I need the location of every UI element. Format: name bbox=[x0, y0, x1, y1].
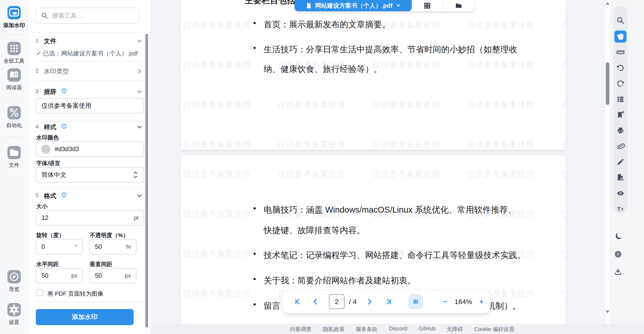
sidebar-item-label: 添加水印 bbox=[0, 22, 28, 29]
viewer-scrollbar[interactable] bbox=[604, 0, 610, 324]
page-list-icon[interactable] bbox=[616, 95, 625, 104]
document-line: •技术笔记：记录编程学习、网站搭建、命令行工具等轻量级技术实践。 bbox=[264, 250, 526, 261]
opacity-input[interactable] bbox=[95, 243, 126, 250]
wording-input[interactable] bbox=[42, 102, 138, 109]
color-swatch[interactable] bbox=[42, 145, 50, 154]
panel-scrollbar-thumb[interactable] bbox=[145, 34, 148, 328]
search-icon bbox=[41, 12, 49, 20]
vspace-input[interactable] bbox=[95, 272, 125, 279]
info-icon[interactable] bbox=[60, 123, 68, 130]
sidebar-item-label: 全部工具 bbox=[0, 57, 28, 64]
convert-to-image-checkbox[interactable] bbox=[36, 289, 44, 296]
attachment-paperclip-icon[interactable] bbox=[616, 142, 625, 151]
pdf-viewer[interactable]: 仅供参考备案使用仅供参考备案使用仅供参考备案使用仅供参考备案使用仅供参考备案使用… bbox=[151, 0, 604, 324]
bullet-glyph: • bbox=[253, 18, 256, 27]
sidebar-item-add-watermark[interactable]: 添加水印 bbox=[0, 6, 28, 29]
footer-link[interactable]: 无障碍 bbox=[447, 326, 463, 333]
app-window: 添加水印 全部工具 阅读器 自动化 bbox=[0, 0, 644, 334]
watermark-text: 仅供参考备案使用 bbox=[467, 139, 534, 150]
rotate-right-icon[interactable] bbox=[616, 79, 625, 88]
rotation-label: 旋转（度） bbox=[36, 231, 64, 239]
file-manager-button[interactable] bbox=[443, 0, 474, 11]
chevron-down-icon bbox=[136, 192, 143, 199]
next-page-button[interactable] bbox=[365, 297, 374, 306]
section-file-header[interactable]: 1 文件 bbox=[28, 37, 151, 45]
footer-link[interactable]: Cookie 偏好设置 bbox=[474, 326, 514, 333]
text-options-icon[interactable]: TT bbox=[616, 205, 625, 213]
download-icon[interactable] bbox=[614, 268, 622, 276]
section-wording-header[interactable]: 3 措辞 bbox=[28, 88, 151, 96]
watermark-color-field[interactable]: #d3d3d3 bbox=[36, 142, 144, 157]
hspace-input[interactable] bbox=[42, 272, 71, 279]
vspace-unit: px bbox=[125, 273, 131, 279]
zoom-out-button[interactable]: − bbox=[443, 297, 448, 306]
add-watermark-button[interactable]: 添加水印 bbox=[36, 309, 134, 325]
grid-view-button[interactable] bbox=[412, 0, 443, 11]
search-document-icon[interactable] bbox=[616, 16, 625, 25]
panel-divider bbox=[36, 187, 144, 188]
dark-mode-moon-icon[interactable] bbox=[614, 232, 622, 241]
scroll-up-arrow[interactable] bbox=[606, 2, 610, 5]
sidebar-item-all-tools[interactable]: 全部工具 bbox=[0, 42, 28, 64]
rotation-input[interactable] bbox=[42, 243, 75, 250]
footer-link[interactable]: 隐私政策 bbox=[323, 326, 344, 333]
remove-page-icon[interactable] bbox=[616, 173, 625, 182]
page-number-input[interactable] bbox=[329, 294, 344, 309]
watermark-text: 仅供参考备案使用 bbox=[372, 99, 440, 110]
section-number: 1 bbox=[36, 37, 39, 44]
document-line: 快捷键、故障排查等内容。 bbox=[264, 225, 365, 236]
all-tools-grid-icon bbox=[8, 42, 21, 55]
sidebar-item-tour[interactable]: 导览 bbox=[0, 270, 28, 293]
preview-eye-icon[interactable] bbox=[616, 189, 625, 198]
chevron-down-icon bbox=[136, 124, 143, 131]
tool-search-box[interactable] bbox=[36, 8, 139, 24]
font-language-value: 简体中文 bbox=[42, 170, 66, 179]
pdf-page-1: 仅供参考备案使用仅供参考备案使用仅供参考备案使用仅供参考备案使用仅供参考备案使用… bbox=[181, 0, 566, 150]
section-number: 3 bbox=[36, 88, 39, 94]
section-title: 措辞 bbox=[44, 88, 56, 96]
folder-icon bbox=[454, 1, 463, 10]
previous-page-button[interactable] bbox=[311, 297, 320, 306]
search-input[interactable] bbox=[52, 12, 133, 19]
sidebar-item-settings[interactable]: 设置 bbox=[0, 303, 28, 326]
sidebar-item-automation[interactable]: 自动化 bbox=[0, 106, 28, 129]
section-style-header[interactable]: 4 样式 bbox=[28, 123, 151, 132]
viewer-tools-group: TT bbox=[614, 6, 628, 213]
section-format-header[interactable]: 5 格式 bbox=[28, 192, 151, 200]
document-line: 机制）。 bbox=[487, 300, 521, 312]
edit-pencil-icon[interactable] bbox=[616, 158, 625, 167]
active-file-chip: 网站建设方案书（个人）.pdf bbox=[295, 0, 474, 11]
add-bookmark-icon[interactable] bbox=[616, 111, 625, 119]
file-chip-button[interactable]: 网站建设方案书（个人）.pdf bbox=[295, 0, 412, 11]
info-icon[interactable] bbox=[60, 191, 68, 198]
language-globe-icon[interactable] bbox=[614, 250, 622, 259]
pan-tool-button[interactable] bbox=[614, 30, 626, 43]
size-input[interactable] bbox=[42, 214, 134, 221]
footer-link[interactable]: GitHub bbox=[418, 326, 436, 333]
rotate-left-icon[interactable] bbox=[616, 63, 625, 72]
page-navigation-bar: / 4 − 164% + bbox=[282, 290, 490, 313]
footer-link[interactable]: Discord bbox=[389, 326, 407, 333]
print-icon[interactable] bbox=[616, 126, 625, 135]
last-page-button[interactable] bbox=[384, 297, 393, 306]
viewer-tool-rail: TT bbox=[611, 0, 644, 334]
bullet-glyph: • bbox=[253, 204, 256, 213]
vspace-label: 垂直间距 bbox=[90, 260, 112, 268]
measure-ruler-icon[interactable] bbox=[616, 48, 625, 57]
scroll-mode-toggle[interactable] bbox=[408, 294, 423, 309]
info-icon[interactable] bbox=[60, 87, 68, 94]
bullet-glyph: • bbox=[253, 249, 256, 258]
scroll-down-arrow[interactable] bbox=[606, 311, 610, 313]
viewer-scrollbar-thumb[interactable] bbox=[606, 62, 610, 105]
section-watermark-type-header[interactable]: 2 水印类型 bbox=[28, 67, 151, 76]
footer-link[interactable]: 问卷调查 bbox=[290, 326, 312, 333]
settings-gear-icon bbox=[8, 303, 21, 316]
footer-link[interactable]: 服务条款 bbox=[356, 326, 378, 333]
section-number: 4 bbox=[36, 123, 39, 130]
zoom-in-button[interactable]: + bbox=[480, 297, 484, 306]
sidebar-item-reader[interactable]: 阅读器 bbox=[0, 68, 28, 91]
first-page-button[interactable] bbox=[293, 297, 302, 306]
font-language-select[interactable]: 简体中文 bbox=[36, 167, 144, 182]
sidebar-item-files[interactable]: 文件 bbox=[0, 146, 28, 168]
size-label: 大小 bbox=[36, 202, 48, 210]
